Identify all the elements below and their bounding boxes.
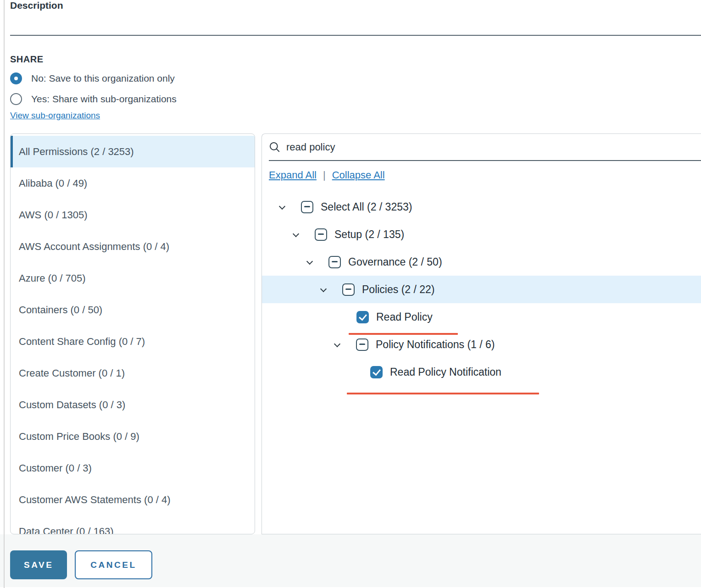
indeterminate-checkbox-icon[interactable] (315, 228, 327, 241)
category-item[interactable]: Custom Price Books (0 / 9) (11, 421, 255, 452)
category-item[interactable]: All Permissions (2 / 3253) (11, 136, 255, 167)
chevron-down-icon[interactable] (306, 259, 313, 265)
category-item[interactable]: AWS (0 / 1305) (11, 199, 255, 231)
share-radio-yes-label: Yes: Share with sub-organizations (31, 94, 177, 105)
indeterminate-checkbox-icon[interactable] (301, 201, 313, 213)
collapse-all-link[interactable]: Collapse All (332, 169, 385, 181)
category-item[interactable]: Azure (0 / 705) (11, 262, 255, 294)
tree-row[interactable]: Select All (2 / 3253) (262, 193, 701, 221)
category-item[interactable]: Customer AWS Statements (0 / 4) (11, 484, 255, 516)
tree-links-row: Expand All | Collapse All (269, 168, 701, 182)
tree-node-label: Policies (2 / 22) (362, 283, 435, 296)
radio-selected-icon (10, 72, 22, 84)
tree-row[interactable]: Setup (2 / 135) (262, 221, 701, 248)
radio-unselected-icon (10, 93, 22, 105)
tree-node-label: Read Policy Notification (390, 366, 501, 378)
tree-node-label: Select All (2 / 3253) (321, 201, 412, 213)
chevron-down-icon[interactable] (320, 286, 327, 293)
expand-all-link[interactable]: Expand All (269, 169, 317, 181)
description-input[interactable] (10, 11, 701, 36)
category-item[interactable]: Data Center (0 / 163) (11, 516, 255, 534)
share-section: SHARE No: Save to this organization only… (10, 54, 701, 121)
tree-node-label: Policy Notifications (1 / 6) (376, 338, 495, 351)
annotation-underline (347, 393, 539, 394)
search-icon (269, 141, 281, 153)
chevron-down-icon[interactable] (293, 231, 299, 238)
permission-categories-list: All Permissions (2 / 3253)Alibaba (0 / 4… (10, 133, 255, 534)
annotation-underline (349, 333, 458, 335)
tree-row[interactable]: Read Policy (262, 303, 701, 331)
search-row (269, 134, 701, 161)
tree-node-label: Governance (2 / 50) (348, 256, 442, 268)
indeterminate-checkbox-icon[interactable] (342, 283, 355, 296)
tree-row[interactable]: Policy Notifications (1 / 6) (262, 331, 701, 358)
tree-row[interactable]: Read Policy Notification (262, 358, 701, 386)
checked-checkbox-icon[interactable] (356, 311, 369, 323)
save-button[interactable]: SAVE (10, 550, 67, 579)
view-sub-organizations-link[interactable]: View sub-organizations (10, 111, 100, 121)
permission-search-input[interactable] (286, 141, 701, 153)
share-radio-no-label: No: Save to this organization only (31, 73, 175, 84)
permissions-tree-pane: Expand All | Collapse All Select All (2 … (261, 133, 701, 534)
tree-node-label: Setup (2 / 135) (334, 228, 404, 241)
permissions-tree: Select All (2 / 3253)Setup (2 / 135)Gove… (262, 193, 701, 386)
category-item[interactable]: Customer (0 / 3) (11, 452, 255, 484)
action-bar: SAVE CANCEL (0, 534, 701, 587)
chevron-down-icon[interactable] (334, 341, 340, 348)
category-item[interactable]: Content Share Config (0 / 7) (11, 326, 255, 357)
permissions-editor-page: Description SHARE No: Save to this organ… (0, 0, 701, 588)
category-item[interactable]: Containers (0 / 50) (11, 294, 255, 326)
cancel-button[interactable]: CANCEL (75, 550, 152, 579)
description-label: Description (10, 0, 701, 11)
tree-row[interactable]: Policies (2 / 22) (262, 276, 701, 303)
links-separator: | (323, 169, 326, 181)
category-item[interactable]: Alibaba (0 / 49) (11, 167, 255, 199)
indeterminate-checkbox-icon[interactable] (328, 256, 341, 268)
tree-node-label: Read Policy (376, 311, 433, 323)
category-item[interactable]: AWS Account Assignments (0 / 4) (11, 231, 255, 262)
checked-checkbox-icon[interactable] (370, 366, 383, 378)
share-radio-no[interactable]: No: Save to this organization only (10, 72, 701, 85)
share-radio-yes[interactable]: Yes: Share with sub-organizations (10, 92, 701, 106)
description-section: Description (10, 0, 701, 36)
page-left-border (4, 0, 5, 588)
chevron-down-icon[interactable] (279, 204, 285, 210)
category-item[interactable]: Create Customer (0 / 1) (11, 357, 255, 389)
indeterminate-checkbox-icon[interactable] (356, 338, 368, 351)
share-heading: SHARE (10, 54, 701, 65)
permissions-split: All Permissions (2 / 3253)Alibaba (0 / 4… (10, 133, 701, 534)
category-item[interactable]: Custom Datasets (0 / 3) (11, 389, 255, 421)
tree-row[interactable]: Governance (2 / 50) (262, 248, 701, 276)
